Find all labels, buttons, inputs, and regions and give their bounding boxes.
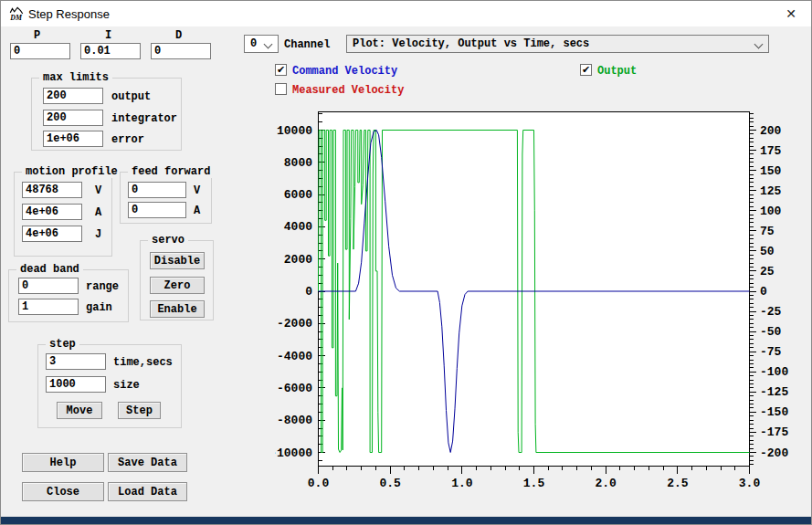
channel-label: Channel	[284, 38, 330, 51]
titlebar: DM Step Response ✕	[1, 1, 811, 26]
dead-band-range-input[interactable]	[18, 278, 79, 294]
svg-text:0.0: 0.0	[308, 477, 330, 490]
plot-type-value: Plot: Velocity, Output vs Time, secs	[353, 37, 589, 50]
max-output-input[interactable]	[43, 88, 103, 104]
motion-profile-title: motion profile	[22, 165, 121, 178]
svg-text:1.5: 1.5	[523, 477, 545, 490]
svg-text:3.0: 3.0	[739, 477, 761, 490]
ff-accel-label: A	[194, 205, 200, 217]
dead-band-group: dead band range gain	[8, 269, 129, 322]
dead-band-gain-input[interactable]	[18, 299, 79, 315]
step-time-input[interactable]	[46, 353, 106, 370]
ff-velocity-label: V	[194, 184, 200, 197]
svg-text:-200: -200	[760, 446, 788, 460]
svg-text:2.5: 2.5	[667, 477, 689, 490]
profile-accel-label: A	[95, 206, 101, 219]
channel-value: 0	[250, 37, 257, 50]
feed-forward-group: feed forward V A	[120, 172, 212, 224]
step-size-input[interactable]	[46, 376, 106, 393]
p-label: P	[34, 29, 40, 42]
motion-profile-group: motion profile V A J	[14, 172, 112, 257]
profile-velocity-label: V	[95, 184, 101, 197]
plot-type-select[interactable]: Plot: Velocity, Output vs Time, secs	[346, 35, 769, 53]
svg-text:0: 0	[305, 285, 312, 299]
svg-text:2000: 2000	[284, 253, 312, 267]
measured-velocity-label: Measured Velocity	[292, 84, 404, 97]
chevron-down-icon	[264, 40, 273, 49]
servo-zero-button[interactable]: Zero	[150, 277, 205, 294]
step-group: step time,secs size Move Step	[37, 344, 182, 428]
svg-text:0: 0	[760, 285, 767, 299]
profile-velocity-input[interactable]	[22, 182, 82, 198]
measured-velocity-checkbox[interactable]	[275, 83, 287, 95]
svg-text:6000: 6000	[284, 188, 312, 202]
step-response-window: DM Step Response ✕ P I D 0 Channel Plot:…	[0, 0, 812, 525]
svg-text:125: 125	[760, 184, 782, 198]
max-error-label: error	[111, 133, 144, 146]
svg-text:-4000: -4000	[277, 350, 312, 363]
profile-accel-input[interactable]	[22, 204, 82, 220]
max-output-label: output	[111, 90, 151, 103]
svg-text:-175: -175	[760, 425, 788, 439]
svg-text:4000: 4000	[284, 220, 312, 234]
max-error-input[interactable]	[43, 131, 103, 147]
svg-text:-8000: -8000	[277, 414, 312, 427]
load-data-button[interactable]: Load Data	[108, 482, 187, 501]
svg-text:1.0: 1.0	[451, 477, 473, 490]
svg-text:175: 175	[760, 144, 782, 158]
output-checkbox[interactable]: ✔	[580, 64, 592, 76]
svg-text:200: 200	[760, 124, 782, 138]
svg-text:25: 25	[760, 265, 775, 278]
dead-band-range-label: range	[86, 280, 119, 293]
svg-text:150: 150	[760, 164, 782, 178]
step-time-label: time,secs	[113, 356, 173, 369]
svg-text:-10000: -10000	[275, 446, 312, 460]
svg-text:-125: -125	[760, 385, 788, 399]
help-button[interactable]: Help	[22, 453, 104, 472]
step-response-chart: -10000-8000-6000-4000-200002000400060008…	[275, 101, 812, 508]
save-data-button[interactable]: Save Data	[108, 453, 187, 472]
servo-enable-button[interactable]: Enable	[150, 300, 205, 318]
max-integrator-label: integrator	[111, 112, 177, 125]
i-label: I	[105, 29, 111, 42]
servo-group: servo Disable Zero Enable	[140, 240, 214, 320]
svg-text:-2000: -2000	[277, 317, 312, 331]
svg-text:100: 100	[760, 205, 782, 218]
dead-band-title: dead band	[16, 263, 83, 276]
servo-disable-button[interactable]: Disable	[150, 252, 205, 269]
svg-text:-25: -25	[760, 305, 782, 319]
svg-text:0.5: 0.5	[379, 477, 401, 490]
feed-forward-title: feed forward	[128, 165, 214, 178]
p-input[interactable]	[10, 43, 70, 59]
svg-text:50: 50	[760, 245, 775, 258]
channel-select[interactable]: 0	[244, 35, 279, 53]
background-window-edge	[1, 516, 811, 524]
profile-jerk-label: J	[95, 228, 101, 241]
ff-accel-input[interactable]	[128, 202, 186, 218]
svg-text:-50: -50	[760, 325, 782, 339]
step-button[interactable]: Step	[118, 402, 161, 419]
move-button[interactable]: Move	[57, 402, 102, 419]
max-limits-group: max limits output integrator error	[31, 78, 182, 151]
chevron-down-icon	[754, 40, 764, 49]
servo-title: servo	[148, 234, 188, 247]
close-window-button[interactable]: ✕	[771, 1, 811, 26]
d-label: D	[175, 29, 182, 42]
svg-text:8000: 8000	[284, 156, 312, 170]
profile-jerk-input[interactable]	[22, 226, 82, 242]
output-label: Output	[597, 65, 637, 78]
svg-text:DM: DM	[9, 14, 23, 22]
svg-text:10000: 10000	[277, 124, 312, 138]
close-button[interactable]: Close	[22, 482, 104, 501]
svg-text:-100: -100	[760, 365, 788, 379]
step-size-label: size	[113, 379, 140, 392]
ff-velocity-input[interactable]	[128, 182, 186, 198]
svg-text:2.0: 2.0	[595, 477, 617, 490]
dead-band-gain-label: gain	[86, 301, 112, 314]
d-input[interactable]	[151, 43, 211, 59]
command-velocity-checkbox[interactable]: ✔	[275, 64, 287, 76]
svg-text:75: 75	[760, 225, 775, 238]
svg-text:-150: -150	[760, 405, 788, 419]
max-integrator-input[interactable]	[43, 110, 103, 126]
i-input[interactable]	[80, 43, 141, 59]
